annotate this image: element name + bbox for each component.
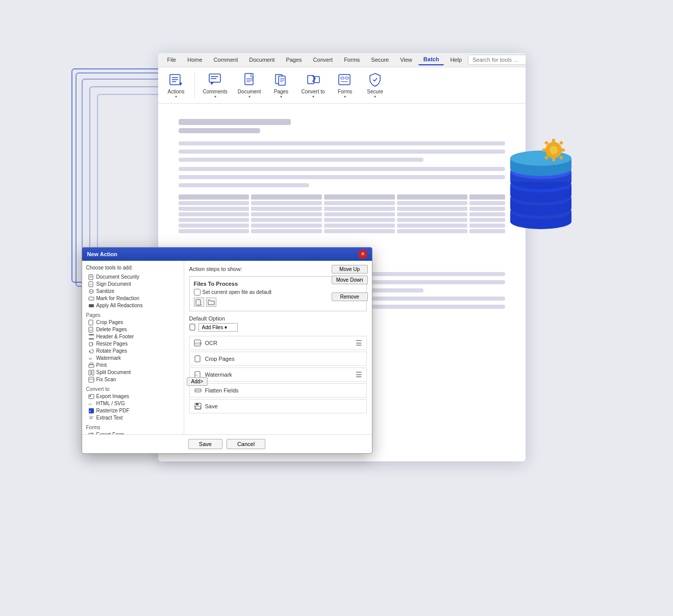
tree-item-mark-redaction[interactable]: Mark for Redaction: [86, 295, 180, 302]
flatten-icon: [194, 386, 202, 395]
svg-rect-44: [561, 149, 565, 152]
tree-item-apply-redactions[interactable]: Apply All Redactions: [86, 302, 180, 309]
tab-help[interactable]: Help: [445, 55, 467, 65]
tree-item-sign-doc[interactable]: Sign Document: [86, 281, 180, 288]
tree-item-sanitize[interactable]: Sanitize: [86, 288, 180, 295]
tab-pages[interactable]: Pages: [281, 55, 307, 65]
svg-rect-14: [279, 76, 285, 85]
secure-label: Secure: [367, 89, 383, 94]
svg-rect-57: [89, 304, 94, 307]
tree-item-resize-pages[interactable]: Resize Pages: [86, 340, 180, 348]
step-ocr[interactable]: OCR OCR ☰: [189, 336, 367, 350]
tool-convert[interactable]: Convert to ▾: [297, 69, 329, 101]
svg-rect-70: [92, 370, 94, 375]
add-files-select[interactable]: Add Files ▾: [198, 323, 238, 332]
tree-item-export-form[interactable]: Export Form: [86, 431, 180, 434]
svg-rect-73: [89, 395, 94, 399]
ocr-settings-icon[interactable]: ☰: [356, 339, 362, 347]
tree-item-extract-text[interactable]: Extract Text: [86, 414, 180, 422]
add-folder-icon[interactable]: [206, 298, 216, 307]
tree-item-delete-pages[interactable]: Delete Pages: [86, 326, 180, 333]
dialog-left-panel: Choose tools to add: Document Security S…: [82, 261, 184, 434]
secure-icon: [367, 71, 383, 88]
svg-rect-22: [345, 77, 348, 79]
svg-rect-88: [196, 300, 201, 305]
add-file-icon[interactable]: [194, 298, 204, 307]
step-flatten-fields[interactable]: Flatten Fields: [189, 383, 367, 398]
pages-icon: [273, 71, 289, 88]
tree-item-crop-pages[interactable]: Crop Pages: [86, 319, 180, 326]
ribbon: File Home Comment Document Pages Convert…: [158, 53, 526, 104]
move-up-button[interactable]: Move Up: [332, 265, 368, 274]
tree-item-watermark[interactable]: W Watermark: [86, 355, 180, 362]
svg-rect-101: [195, 406, 201, 409]
tree-item-rasterize-pdf[interactable]: P Rasterize PDF: [86, 407, 180, 414]
dialog-titlebar: New Action ✕: [82, 248, 372, 261]
svg-rect-61: [89, 334, 94, 335]
tree-item-header-footer[interactable]: Header & Footer: [86, 333, 180, 340]
actions-arrow: ▾: [175, 94, 177, 99]
document-icon: [241, 71, 258, 88]
step-ocr-label: OCR: [205, 340, 353, 346]
cancel-button[interactable]: Cancel: [227, 439, 265, 449]
tab-convert[interactable]: Convert: [308, 55, 338, 65]
dialog-right-panel: Action steps to show: Files To Process S…: [184, 261, 372, 434]
checkbox-label: Set current open file as default: [203, 289, 272, 295]
document-label: Document: [238, 89, 261, 94]
dialog-footer: Save Cancel: [82, 434, 372, 453]
svg-text:OCR: OCR: [195, 342, 202, 345]
add-step-button[interactable]: Add>: [187, 377, 208, 386]
tool-comments[interactable]: Comments ▾: [199, 69, 232, 101]
svg-rect-91: [190, 324, 195, 330]
dialog-close-button[interactable]: ✕: [359, 250, 367, 258]
ribbon-search-input[interactable]: [468, 55, 525, 65]
save-button[interactable]: Save: [188, 439, 222, 449]
tree-item-html-svg[interactable]: </> HTML / SVG: [86, 400, 180, 407]
step-save[interactable]: Save: [189, 399, 367, 413]
tab-batch[interactable]: Batch: [418, 54, 444, 65]
svg-rect-62: [89, 338, 94, 339]
tab-view[interactable]: View: [395, 55, 417, 65]
tree-item-print[interactable]: Print: [86, 362, 180, 369]
remove-button[interactable]: Remove: [332, 292, 368, 301]
step-crop-pages[interactable]: Crop Pages: [189, 352, 367, 366]
choose-tools-label: Choose tools to add:: [86, 265, 180, 270]
add-button-container: Add>: [187, 377, 208, 386]
pages-label: Pages: [274, 89, 288, 94]
watermark-settings-icon[interactable]: ☰: [356, 371, 362, 379]
step-save-label: Save: [205, 403, 362, 409]
tree-item-fix-scan[interactable]: Fix Scan: [86, 376, 180, 383]
step-flatten-label: Flatten Fields: [205, 387, 362, 393]
tab-document[interactable]: Document: [244, 55, 280, 65]
decorative-stack: [495, 119, 587, 232]
tree-item-doc-security[interactable]: Document Security: [86, 274, 180, 281]
tab-forms[interactable]: Forms: [339, 55, 365, 65]
svg-rect-43: [542, 149, 546, 152]
tool-actions[interactable]: Actions ▾: [162, 69, 190, 101]
svg-text:W: W: [89, 357, 92, 361]
set-current-file-checkbox[interactable]: [194, 289, 201, 295]
tool-pages[interactable]: Pages ▾: [267, 69, 295, 101]
move-down-button[interactable]: Move Down: [332, 276, 368, 284]
svg-rect-59: [89, 327, 93, 332]
step-watermark[interactable]: W Watermark ☰: [189, 367, 367, 382]
tab-file[interactable]: File: [162, 55, 182, 65]
tool-document[interactable]: Document ▾: [234, 69, 265, 101]
tab-comment[interactable]: Comment: [209, 55, 243, 65]
svg-rect-42: [552, 157, 555, 161]
pages-section-label: Pages: [86, 312, 180, 318]
tree-item-split-doc[interactable]: Split Document: [86, 369, 180, 376]
step-watermark-label: Watermark: [205, 372, 353, 378]
save-icon: [194, 402, 202, 410]
ocr-icon: OCR: [194, 339, 202, 347]
tool-secure[interactable]: Secure ▾: [361, 69, 389, 101]
tab-secure[interactable]: Secure: [366, 55, 394, 65]
tool-forms[interactable]: Forms ▾: [331, 69, 359, 101]
svg-rect-18: [308, 76, 314, 84]
tab-home[interactable]: Home: [182, 55, 207, 65]
tree-item-export-images[interactable]: Export Images: [86, 393, 180, 400]
svg-rect-5: [209, 74, 220, 82]
tree-item-rotate-pages[interactable]: Rotate Pages: [86, 348, 180, 355]
ribbon-tools: Actions ▾ Comments ▾: [158, 67, 526, 103]
default-option-label: Default Option: [189, 315, 367, 322]
